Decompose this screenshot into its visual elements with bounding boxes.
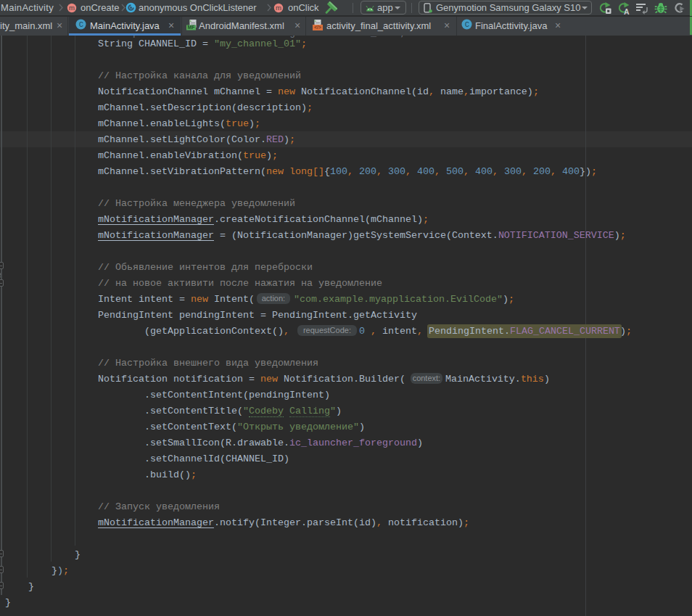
svg-text:A: A (624, 7, 630, 15)
svg-text:C: C (465, 20, 469, 29)
svg-text:m: m (276, 4, 281, 12)
svg-text:MF: MF (188, 25, 195, 30)
svg-text:C: C (79, 20, 83, 29)
svg-text:m: m (69, 4, 75, 12)
svg-text:</>: </> (314, 25, 321, 30)
